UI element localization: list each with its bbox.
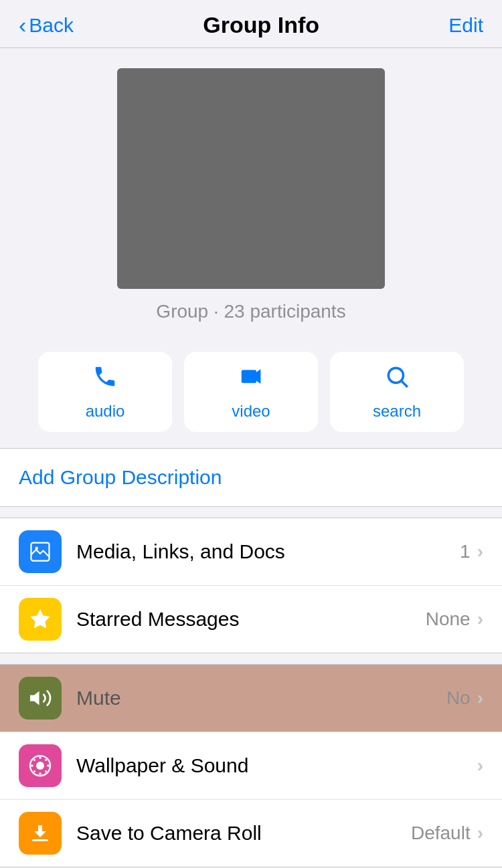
page-title: Group Info xyxy=(203,12,319,38)
starred-messages-label: Starred Messages xyxy=(76,608,239,631)
group-avatar[interactable] xyxy=(117,68,385,289)
starred-messages-content: Starred Messages None › xyxy=(76,608,483,631)
starred-messages-item[interactable]: Starred Messages None › xyxy=(0,585,502,653)
mute-value: No xyxy=(446,687,471,709)
svg-line-3 xyxy=(402,381,408,387)
back-label: Back xyxy=(29,14,74,37)
mute-icon xyxy=(19,677,62,720)
save-camera-value: Default xyxy=(411,823,471,844)
phone-icon xyxy=(92,364,118,395)
search-label: search xyxy=(373,402,421,421)
mute-item[interactable]: Mute No › xyxy=(0,665,502,732)
media-icon xyxy=(19,530,62,573)
media-links-content: Media, Links, and Docs 1 › xyxy=(76,540,483,563)
svg-point-14 xyxy=(45,759,47,761)
save-icon xyxy=(19,812,62,855)
wallpaper-right: › xyxy=(471,755,483,776)
search-button[interactable]: search xyxy=(330,352,464,432)
wallpaper-label: Wallpaper & Sound xyxy=(76,754,248,777)
svg-point-9 xyxy=(39,772,41,775)
svg-marker-1 xyxy=(256,368,260,383)
starred-messages-right: None › xyxy=(426,609,483,630)
media-links-right: 1 › xyxy=(460,541,483,562)
media-links-chevron: › xyxy=(477,541,483,562)
mute-right: No › xyxy=(446,687,483,709)
mute-chevron: › xyxy=(477,687,483,709)
back-chevron-icon: ‹ xyxy=(19,13,26,36)
save-camera-label: Save to Camera Roll xyxy=(76,822,262,845)
video-icon xyxy=(238,364,264,395)
video-button[interactable]: video xyxy=(184,352,318,432)
starred-messages-value: None xyxy=(426,609,471,630)
wallpaper-content: Wallpaper & Sound › xyxy=(76,754,483,777)
save-camera-content: Save to Camera Roll Default › xyxy=(76,822,483,845)
media-links-label: Media, Links, and Docs xyxy=(76,540,285,563)
audio-label: audio xyxy=(86,402,125,421)
media-starred-section: Media, Links, and Docs 1 › Starred Messa… xyxy=(0,518,502,653)
navigation-bar: ‹ Back Group Info Edit xyxy=(0,0,502,48)
starred-icon xyxy=(19,598,62,641)
video-label: video xyxy=(232,402,270,421)
search-icon xyxy=(384,364,410,395)
mute-content: Mute No › xyxy=(76,687,483,710)
settings-section: Mute No › Wallpaper & Sound xyxy=(0,664,502,867)
media-links-value: 1 xyxy=(460,541,471,562)
svg-point-11 xyxy=(47,764,50,767)
wallpaper-chevron: › xyxy=(477,755,483,776)
group-subtitle: Group · 23 participants xyxy=(156,301,345,322)
group-image-section: Group · 23 participants xyxy=(0,48,502,336)
description-section[interactable]: Add Group Description xyxy=(0,448,502,507)
svg-rect-0 xyxy=(242,370,256,383)
action-buttons-section: audio video search xyxy=(0,336,502,448)
svg-marker-6 xyxy=(30,691,39,706)
svg-point-8 xyxy=(39,756,41,759)
media-links-docs-item[interactable]: Media, Links, and Docs 1 › xyxy=(0,518,502,585)
svg-point-7 xyxy=(36,762,44,770)
edit-button[interactable]: Edit xyxy=(448,14,483,37)
add-description-label[interactable]: Add Group Description xyxy=(19,466,222,488)
svg-point-13 xyxy=(45,770,47,772)
svg-point-5 xyxy=(35,547,39,550)
back-button[interactable]: ‹ Back xyxy=(19,14,74,37)
wallpaper-icon xyxy=(19,744,62,787)
svg-rect-16 xyxy=(32,839,48,841)
save-camera-chevron: › xyxy=(477,823,483,844)
svg-point-12 xyxy=(33,759,35,761)
wallpaper-sound-item[interactable]: Wallpaper & Sound › xyxy=(0,732,502,799)
svg-point-2 xyxy=(388,368,403,383)
svg-point-10 xyxy=(31,764,33,767)
mute-label: Mute xyxy=(76,687,121,710)
audio-button[interactable]: audio xyxy=(38,352,172,432)
svg-point-15 xyxy=(33,770,35,772)
save-camera-roll-item[interactable]: Save to Camera Roll Default › xyxy=(0,799,502,867)
starred-messages-chevron: › xyxy=(477,609,483,630)
save-camera-right: Default › xyxy=(411,823,483,844)
